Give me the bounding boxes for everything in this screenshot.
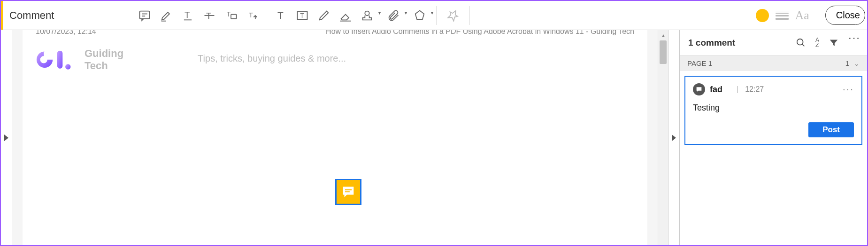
text-box-icon[interactable]: T xyxy=(292,5,313,26)
underline-icon[interactable]: T xyxy=(177,5,199,26)
page-label: PAGE 1 xyxy=(687,59,712,67)
toolbar-right-group: Aa Close xyxy=(756,6,865,25)
comment-footer: Post xyxy=(693,122,854,137)
strikethrough-icon[interactable]: T xyxy=(199,5,220,26)
scroll-thumb[interactable] xyxy=(660,40,667,64)
shapes-icon[interactable]: ▾ xyxy=(409,5,430,26)
svg-text:T: T xyxy=(300,11,305,19)
close-button[interactable]: Close xyxy=(825,6,865,25)
guiding-tech-logo xyxy=(36,47,76,72)
svg-point-21 xyxy=(797,39,803,45)
doc-logo-row: Guiding Tech Tips, tricks, buying guides… xyxy=(36,47,634,72)
insert-text-icon[interactable]: T xyxy=(242,5,263,26)
line-thickness-icon[interactable] xyxy=(776,11,789,20)
pencil-icon[interactable] xyxy=(313,5,335,26)
svg-rect-17 xyxy=(57,51,62,69)
doc-page-title: How to Insert Audio Comments in a PDF Us… xyxy=(326,30,634,36)
chevron-down-icon: ▾ xyxy=(378,10,381,16)
panel-header: 1 comment AZ ··· xyxy=(680,30,867,56)
eraser-icon[interactable] xyxy=(335,5,356,26)
document-page: 10/07/2023, 12:14 How to Insert Audio Co… xyxy=(23,30,647,245)
comment-toolbar: Comment T T T T T T xyxy=(1,1,867,30)
triangle-right-icon xyxy=(672,135,676,141)
svg-marker-16 xyxy=(415,10,424,19)
content-area: 10/07/2023, 12:14 How to Insert Audio Co… xyxy=(1,30,867,245)
sticky-note-icon[interactable] xyxy=(134,5,155,26)
chevron-down-icon: ▾ xyxy=(431,10,433,16)
separator xyxy=(469,6,470,25)
toolbar-tools-group: T T T T T T ▾ ▾ ▾ xyxy=(134,5,476,26)
active-side-marker xyxy=(1,1,3,30)
svg-point-15 xyxy=(365,11,369,15)
chevron-down-icon: ⌄ xyxy=(854,60,860,67)
post-button[interactable]: Post xyxy=(808,122,854,137)
page-comment-count: 1 xyxy=(845,59,849,67)
more-options-icon[interactable]: ··· xyxy=(848,38,859,48)
svg-rect-9 xyxy=(231,14,237,18)
comment-header: fad | 12:27 ··· xyxy=(693,83,854,95)
svg-text:T: T xyxy=(249,10,253,18)
chevron-down-icon: ▾ xyxy=(405,10,407,16)
svg-rect-20 xyxy=(345,191,350,192)
logo-text-block: Guiding Tech xyxy=(84,48,123,72)
svg-rect-0 xyxy=(140,11,150,18)
expand-panel-handle[interactable] xyxy=(668,30,679,245)
add-text-icon[interactable]: T xyxy=(270,5,292,26)
logo-line-1: Guiding xyxy=(84,48,123,60)
expand-left-handle[interactable] xyxy=(1,30,12,245)
text-format-icon[interactable]: Aa xyxy=(795,8,809,23)
document-viewport[interactable]: 10/07/2023, 12:14 How to Insert Audio Co… xyxy=(12,30,658,245)
comment-type-icon xyxy=(693,83,705,95)
panel-actions: AZ ··· xyxy=(796,38,859,48)
logo-line-2: Tech xyxy=(84,60,123,72)
panel-title: 1 comment xyxy=(688,38,735,48)
svg-line-22 xyxy=(802,44,805,46)
sticky-note-marker[interactable] xyxy=(335,179,361,205)
filter-icon[interactable] xyxy=(829,38,839,48)
scroll-up-icon[interactable]: ▴ xyxy=(658,30,668,40)
triangle-right-icon xyxy=(4,135,8,141)
color-picker-dot[interactable] xyxy=(756,9,769,22)
svg-text:T: T xyxy=(227,10,231,18)
attachment-icon[interactable]: ▾ xyxy=(383,5,404,26)
doc-date: 10/07/2023, 12:14 xyxy=(36,30,96,36)
toolbar-title: Comment xyxy=(9,9,54,22)
panel-body: fad | 12:27 ··· Testing Post xyxy=(680,71,867,150)
doc-tagline: Tips, tricks, buying guides & more... xyxy=(198,53,346,64)
comment-card[interactable]: fad | 12:27 ··· Testing Post xyxy=(684,76,862,145)
highlight-icon[interactable] xyxy=(155,5,177,26)
svg-rect-19 xyxy=(345,189,352,190)
svg-point-18 xyxy=(65,64,70,69)
stamp-icon[interactable]: ▾ xyxy=(356,5,378,26)
svg-text:T: T xyxy=(277,10,284,21)
comment-author: fad xyxy=(710,85,722,95)
time-separator: | xyxy=(737,85,738,94)
pin-icon[interactable] xyxy=(442,5,464,26)
comment-text[interactable]: Testing xyxy=(693,103,854,113)
search-icon[interactable] xyxy=(796,38,806,48)
text-comment-icon[interactable]: T xyxy=(220,5,242,26)
vertical-scrollbar[interactable]: ▴ xyxy=(658,30,668,245)
separator xyxy=(436,6,437,25)
comments-panel: 1 comment AZ ··· PAGE 1 1 ⌄ fad | xyxy=(679,30,867,245)
page-group-bar[interactable]: PAGE 1 1 ⌄ xyxy=(680,56,867,71)
svg-text:T: T xyxy=(184,9,190,19)
sort-icon[interactable]: AZ xyxy=(815,38,819,48)
doc-header-row: 10/07/2023, 12:14 How to Insert Audio Co… xyxy=(36,30,634,36)
comment-time: 12:27 xyxy=(745,85,764,94)
